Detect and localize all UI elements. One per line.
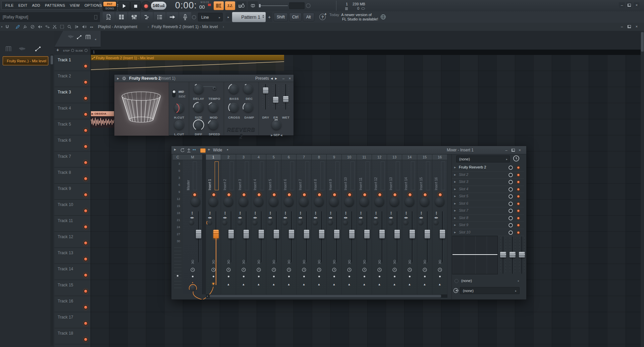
slot-mix-knob[interactable] xyxy=(508,194,513,199)
slice-tool-icon[interactable] xyxy=(52,24,58,29)
track-record-dot[interactable] xyxy=(84,289,88,293)
plugin-close-button[interactable]: × xyxy=(287,76,292,81)
track-row[interactable]: Track 4 xyxy=(54,103,91,119)
stereo-sep-knob[interactable] xyxy=(433,220,439,225)
route-to-master-arrow[interactable]: ▲ xyxy=(432,283,447,286)
stereo-sep-knob[interactable] xyxy=(388,220,393,225)
wet-slider-handle[interactable] xyxy=(283,96,288,102)
swap-arrows-icon[interactable]: ▲▼ xyxy=(434,211,439,215)
automation-clip[interactable]: Fruity Reeverb 2 (Insert 1) - Mix level xyxy=(91,55,284,71)
patterns-tab-icon[interactable] xyxy=(85,35,91,40)
tempo-sync-button[interactable] xyxy=(212,86,217,90)
track-name[interactable]: Track 8 xyxy=(58,170,71,175)
tempo-display[interactable]: 140.000 xyxy=(151,2,166,10)
blend-notes-button[interactable] xyxy=(248,1,258,10)
record-arm-led[interactable] xyxy=(302,193,307,197)
fader-handle[interactable] xyxy=(244,230,249,238)
tempo-spinner[interactable] xyxy=(163,4,165,7)
swap-arrows-icon[interactable]: ▲▼ xyxy=(313,211,318,215)
playlist-vertical-scrollbar[interactable] xyxy=(641,31,644,347)
track-record-dot[interactable] xyxy=(84,160,88,165)
eq-band-slider-low[interactable] xyxy=(499,236,507,274)
mixer-strip-number[interactable]: 10 xyxy=(342,154,357,160)
sep-left-arrow[interactable]: ▶ xyxy=(271,134,273,136)
fx-slot-row[interactable]: ▶ Slot 6 xyxy=(452,200,524,208)
fx-slot-icon[interactable] xyxy=(266,260,281,265)
stereo-sep-knob[interactable] xyxy=(237,220,243,225)
record-arm-led[interactable] xyxy=(393,193,397,197)
stereo-sep-knob[interactable] xyxy=(252,220,258,225)
master-pan-knob[interactable] xyxy=(191,197,200,206)
route-to-master-arrow[interactable]: ▲ xyxy=(327,283,341,286)
mixer-strip-number[interactable]: 15 xyxy=(417,154,432,160)
fx-slot-icon[interactable] xyxy=(236,260,251,265)
track-name[interactable]: Track 16 xyxy=(58,299,73,303)
swap-arrows-icon[interactable]: ▲▼ xyxy=(298,211,303,215)
swap-arrows-icon[interactable]: ▲▼ xyxy=(238,211,243,215)
master-header[interactable]: M xyxy=(183,154,202,160)
fader-handle[interactable] xyxy=(364,230,370,238)
mixer-strip[interactable]: 3 Insert 3 ▲▼ ◀▶ ▲ xyxy=(236,154,251,294)
pan-knob[interactable] xyxy=(344,197,354,206)
record-button[interactable] xyxy=(141,1,151,11)
send-dot[interactable] xyxy=(394,276,395,277)
modifier-key-button[interactable]: Alt xyxy=(303,13,314,21)
track-name[interactable]: Track 11 xyxy=(58,218,73,223)
record-arm-led[interactable] xyxy=(257,193,261,197)
fx-slot-icon[interactable] xyxy=(372,260,387,265)
route-to-master-arrow[interactable]: ▲ xyxy=(236,283,251,286)
mixer-strip[interactable]: 9 Insert 9 ▲▼ ◀▶ ▲ xyxy=(327,154,342,294)
stereo-arrows-icon[interactable]: ◀▶ xyxy=(237,216,243,219)
route-to-master-arrow[interactable]: ▲ xyxy=(342,283,357,286)
cross-knob[interactable] xyxy=(229,103,238,112)
channel-rack-button[interactable] xyxy=(154,12,166,22)
stereo-arrows-icon[interactable]: ◀▶ xyxy=(418,216,424,219)
track-record-dot[interactable] xyxy=(84,112,88,117)
mixer-strip-number[interactable]: 5 xyxy=(266,154,281,160)
track-row[interactable]: Track 17 xyxy=(54,312,91,328)
pan-knob[interactable] xyxy=(284,197,293,206)
track-name[interactable]: Track 17 xyxy=(58,315,73,320)
track-record-dot[interactable] xyxy=(84,305,88,309)
eq-mid-handle[interactable] xyxy=(509,252,516,258)
pattern-menu-button[interactable]: ▸ xyxy=(225,13,231,21)
picker-scroll-left-icon[interactable]: ◂ xyxy=(95,38,96,41)
mixer-strip-number[interactable]: 2 xyxy=(221,154,236,160)
swap-arrows-icon[interactable]: ▲▼ xyxy=(208,211,212,215)
slot-caret-icon[interactable]: ▶ xyxy=(454,217,456,219)
fader-handle[interactable] xyxy=(304,230,309,238)
pan-knob[interactable] xyxy=(269,197,278,206)
send-dot[interactable] xyxy=(439,276,441,277)
track-record-dot[interactable] xyxy=(84,96,88,100)
track-row[interactable]: Track 12 xyxy=(54,232,91,248)
window-menu-icon[interactable]: ▸ xyxy=(1,25,3,28)
record-arm-led[interactable] xyxy=(227,193,231,197)
track-name[interactable]: Track 14 xyxy=(58,267,73,271)
slot-enable-led[interactable] xyxy=(517,202,520,205)
send-dot[interactable] xyxy=(318,276,320,277)
menu-item[interactable]: ADD xyxy=(30,3,43,7)
lcut-knob[interactable] xyxy=(174,120,184,130)
main-pitch-knob[interactable] xyxy=(306,3,311,8)
slot-label[interactable]: Slot 3 xyxy=(459,180,468,184)
fader-handle[interactable] xyxy=(394,230,400,238)
fx-slot-icon[interactable] xyxy=(251,260,266,265)
fx-slot-row[interactable]: ▶ Slot 8 xyxy=(452,215,524,222)
track-name[interactable]: Track 13 xyxy=(58,251,73,255)
slot-caret-icon[interactable]: ▶ xyxy=(454,195,456,198)
sidechain-selector[interactable]: (none) ▸ xyxy=(452,278,524,285)
mixer-strip-number[interactable]: 3 xyxy=(236,154,251,160)
mixer-strip-number[interactable]: 4 xyxy=(251,154,266,160)
mixer-scrollbar[interactable]: ◂ xyxy=(206,294,447,298)
slot-label[interactable]: Slot 5 xyxy=(459,194,468,198)
mixer-strip[interactable]: 6 Insert 6 ▲▼ ◀▶ ▲ xyxy=(281,154,297,294)
playlist-panel-button[interactable] xyxy=(115,12,127,22)
breadcrumb-item[interactable]: Fruity Reeverb 2 (Insert 1) - Mix level xyxy=(152,24,218,29)
volume-fader[interactable] xyxy=(336,211,338,262)
sep-right-arrow[interactable]: ◀ xyxy=(280,134,282,136)
mixer-scroll-left-icon[interactable]: ◂ xyxy=(207,295,208,297)
piano-roll-button[interactable] xyxy=(141,12,153,22)
master-output-knob[interactable]: ▲ xyxy=(189,284,197,291)
send-dot[interactable] xyxy=(303,276,305,277)
stereo-arrows-icon[interactable]: ◀▶ xyxy=(403,216,409,219)
